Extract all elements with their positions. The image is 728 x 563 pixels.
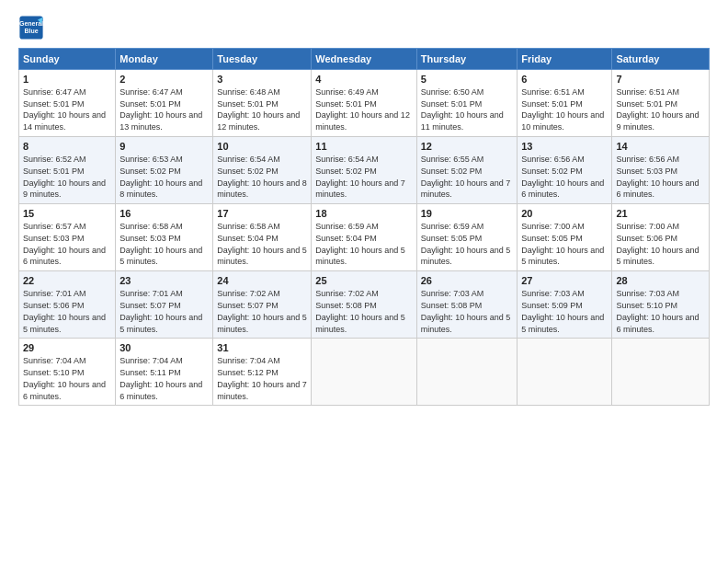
cell-sunset: Sunset: 5:01 PM <box>421 99 483 109</box>
cell-sunrise: Sunrise: 6:50 AM <box>421 87 484 97</box>
cell-daylight: Daylight: 10 hours and 10 minutes. <box>521 110 604 132</box>
cell-w3-d2: 24Sunrise: 7:02 AMSunset: 5:07 PMDayligh… <box>213 271 312 339</box>
cell-sunrise: Sunrise: 6:59 AM <box>315 222 379 231</box>
cell-sunrise: Sunrise: 7:02 AM <box>315 289 379 298</box>
cell-w2-d6: 21Sunrise: 7:00 AMSunset: 5:06 PMDayligh… <box>612 204 710 271</box>
cell-w3-d0: 22Sunrise: 7:01 AMSunset: 5:06 PMDayligh… <box>19 271 116 339</box>
cell-daylight: Daylight: 10 hours and 5 minutes. <box>119 313 202 334</box>
cell-sunrise: Sunrise: 6:51 AM <box>616 87 679 97</box>
cell-sunset: Sunset: 5:01 PM <box>521 99 583 109</box>
logo: General Blue <box>18 15 48 40</box>
cell-w2-d5: 20Sunrise: 7:00 AMSunset: 5:05 PMDayligh… <box>518 204 612 271</box>
cell-daylight: Daylight: 10 hours and 5 minutes. <box>421 246 511 267</box>
cell-daylight: Daylight: 10 hours and 8 minutes. <box>119 178 202 200</box>
cell-sunrise: Sunrise: 6:51 AM <box>521 87 585 97</box>
cell-w0-d5: 6Sunrise: 6:51 AMSunset: 5:01 PMDaylight… <box>518 70 612 137</box>
cell-daylight: Daylight: 10 hours and 12 minutes. <box>217 110 300 132</box>
cell-w4-d0: 29Sunrise: 7:04 AMSunset: 5:10 PMDayligh… <box>19 339 116 406</box>
cell-sunrise: Sunrise: 7:00 AM <box>521 222 585 231</box>
cell-sunrise: Sunrise: 6:53 AM <box>119 155 183 164</box>
cell-sunset: Sunset: 5:10 PM <box>616 301 677 310</box>
col-header-saturday: Saturday <box>612 49 710 70</box>
col-header-sunday: Sunday <box>19 49 116 70</box>
cell-daylight: Daylight: 10 hours and 9 minutes. <box>23 178 106 200</box>
cell-sunset: Sunset: 5:02 PM <box>421 167 483 176</box>
cell-sunrise: Sunrise: 7:02 AM <box>217 289 280 298</box>
cell-w4-d2: 31Sunrise: 7:04 AMSunset: 5:12 PMDayligh… <box>213 339 312 406</box>
cell-w1-d1: 9Sunrise: 6:53 AMSunset: 5:02 PMDaylight… <box>116 137 213 204</box>
cell-sunset: Sunset: 5:08 PM <box>315 301 377 310</box>
cell-sunrise: Sunrise: 6:58 AM <box>217 222 280 231</box>
cell-daylight: Daylight: 10 hours and 5 minutes. <box>521 313 604 334</box>
cell-sunrise: Sunrise: 7:03 AM <box>521 289 585 298</box>
col-header-tuesday: Tuesday <box>213 49 312 70</box>
cell-daylight: Daylight: 10 hours and 12 minutes. <box>315 110 410 132</box>
cell-sunrise: Sunrise: 6:49 AM <box>315 87 379 97</box>
svg-text:Blue: Blue <box>24 28 38 34</box>
cell-sunrise: Sunrise: 6:57 AM <box>23 222 86 231</box>
cell-sunrise: Sunrise: 6:56 AM <box>616 155 679 164</box>
cell-daylight: Daylight: 10 hours and 5 minutes. <box>616 246 699 267</box>
cell-w0-d0: 1Sunrise: 6:47 AMSunset: 5:01 PMDaylight… <box>19 70 116 137</box>
cell-w1-d4: 12Sunrise: 6:55 AMSunset: 5:02 PMDayligh… <box>416 137 517 204</box>
cell-sunrise: Sunrise: 6:47 AM <box>119 87 183 97</box>
day-number: 23 <box>119 274 209 288</box>
cell-sunset: Sunset: 5:01 PM <box>217 99 279 109</box>
cell-daylight: Daylight: 10 hours and 5 minutes. <box>315 313 405 334</box>
cell-daylight: Daylight: 10 hours and 7 minutes. <box>421 178 511 200</box>
cell-sunset: Sunset: 5:07 PM <box>119 301 181 310</box>
day-number: 6 <box>521 73 608 86</box>
cell-w2-d4: 19Sunrise: 6:59 AMSunset: 5:05 PMDayligh… <box>416 204 517 271</box>
day-number: 25 <box>315 274 412 288</box>
cell-w4-d1: 30Sunrise: 7:04 AMSunset: 5:11 PMDayligh… <box>116 339 213 406</box>
day-number: 30 <box>119 341 209 355</box>
day-number: 8 <box>23 140 111 154</box>
day-number: 11 <box>315 140 412 154</box>
cell-daylight: Daylight: 10 hours and 5 minutes. <box>23 313 106 334</box>
day-number: 7 <box>616 73 705 86</box>
cell-sunset: Sunset: 5:07 PM <box>217 301 279 310</box>
day-number: 13 <box>521 140 608 154</box>
cell-sunset: Sunset: 5:02 PM <box>315 167 377 176</box>
cell-daylight: Daylight: 10 hours and 7 minutes. <box>217 380 307 401</box>
cell-sunrise: Sunrise: 7:01 AM <box>119 289 183 298</box>
cell-sunrise: Sunrise: 7:00 AM <box>616 222 679 231</box>
cell-w2-d1: 16Sunrise: 6:58 AMSunset: 5:03 PMDayligh… <box>116 204 213 271</box>
day-number: 17 <box>217 207 307 221</box>
day-number: 24 <box>217 274 307 288</box>
day-number: 26 <box>421 274 513 288</box>
cell-w0-d1: 2Sunrise: 6:47 AMSunset: 5:01 PMDaylight… <box>116 70 213 137</box>
col-header-friday: Friday <box>518 49 612 70</box>
cell-daylight: Daylight: 10 hours and 14 minutes. <box>23 110 106 132</box>
cell-daylight: Daylight: 10 hours and 7 minutes. <box>315 178 405 200</box>
cell-sunset: Sunset: 5:02 PM <box>521 167 583 176</box>
cell-w0-d2: 3Sunrise: 6:48 AMSunset: 5:01 PMDaylight… <box>213 70 312 137</box>
cell-daylight: Daylight: 10 hours and 6 minutes. <box>521 178 604 200</box>
cell-sunset: Sunset: 5:08 PM <box>421 301 483 310</box>
cell-daylight: Daylight: 10 hours and 9 minutes. <box>616 110 699 132</box>
cell-w1-d0: 8Sunrise: 6:52 AMSunset: 5:01 PMDaylight… <box>19 137 116 204</box>
day-number: 18 <box>315 207 412 221</box>
day-number: 27 <box>521 274 608 288</box>
cell-daylight: Daylight: 10 hours and 5 minutes. <box>119 246 202 267</box>
cell-daylight: Daylight: 10 hours and 6 minutes. <box>119 380 202 401</box>
day-number: 20 <box>521 207 608 221</box>
col-header-monday: Monday <box>116 49 213 70</box>
cell-sunrise: Sunrise: 7:01 AM <box>23 289 86 298</box>
cell-sunset: Sunset: 5:09 PM <box>521 301 583 310</box>
day-number: 1 <box>23 73 111 86</box>
cell-w3-d3: 25Sunrise: 7:02 AMSunset: 5:08 PMDayligh… <box>312 271 416 339</box>
cell-daylight: Daylight: 10 hours and 8 minutes. <box>217 178 307 200</box>
cell-sunset: Sunset: 5:01 PM <box>23 99 85 109</box>
day-number: 14 <box>616 140 705 154</box>
day-number: 28 <box>616 274 705 288</box>
cell-daylight: Daylight: 10 hours and 5 minutes. <box>315 246 405 267</box>
cell-sunset: Sunset: 5:01 PM <box>23 167 85 176</box>
day-number: 22 <box>23 274 111 288</box>
logo-icon: General Blue <box>18 15 44 40</box>
cell-w4-d5 <box>518 339 612 406</box>
cell-daylight: Daylight: 10 hours and 5 minutes. <box>421 313 511 334</box>
cell-w1-d3: 11Sunrise: 6:54 AMSunset: 5:02 PMDayligh… <box>312 137 416 204</box>
cell-sunset: Sunset: 5:04 PM <box>217 234 279 243</box>
cell-sunset: Sunset: 5:02 PM <box>119 167 181 176</box>
